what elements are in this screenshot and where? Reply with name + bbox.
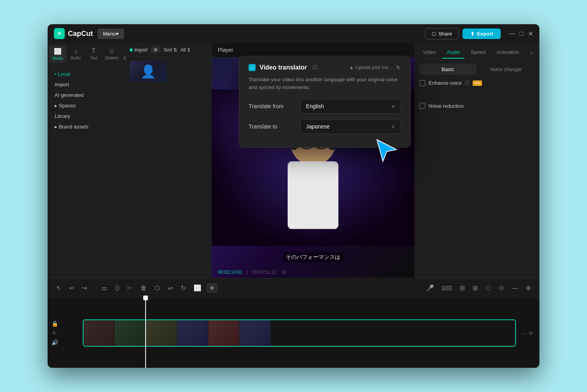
player-timecode: 00:03:14:01 | 00:04:51:12 ⊞ [218, 269, 286, 275]
timeline-zoom-out[interactable]: — [521, 330, 526, 336]
subtab-voice-changer[interactable]: Voice changer [477, 64, 535, 75]
sidebar-item-local[interactable]: • Local [51, 69, 122, 79]
sidebar-item-import[interactable]: Import [51, 79, 122, 90]
noise-reduction-label: Noise reduction [429, 103, 464, 109]
sidebar-item-library[interactable]: Library [51, 111, 122, 121]
mask-button[interactable]: ⬡ [152, 282, 162, 294]
refresh-icon[interactable]: ↻ [396, 64, 401, 71]
media-area: Import ⊞ Sort ⇅ All ⊻ 👤 [126, 43, 212, 278]
sidebar-item-spaces[interactable]: ▸ Spaces [51, 100, 122, 111]
noise-reduction-checkbox[interactable] [419, 103, 425, 109]
tab-media[interactable]: ⬜ Media [49, 45, 66, 63]
dimmed-settings [419, 90, 535, 95]
unlink-button[interactable]: ⊞ [470, 282, 480, 294]
import-button[interactable]: Import [130, 47, 148, 53]
filter-button[interactable]: All ⊻ [180, 47, 190, 53]
enhance-voice-label: Enhance voice [429, 80, 462, 86]
noise-reduction-row: Noise reduction [419, 103, 535, 109]
tab-speed[interactable]: Speed [466, 47, 490, 59]
translate-to-label: Translate to [249, 123, 295, 130]
translate-from-row: Translate from English ∨ [249, 99, 401, 114]
audio-icon: ♪ [74, 48, 77, 55]
share-button[interactable]: ⬡ Share [425, 28, 459, 39]
zoom-control[interactable]: ⊕ [523, 282, 533, 294]
undo-button[interactable]: ↩ [67, 282, 76, 294]
chevron-down-icon: ∨ [391, 103, 395, 109]
lock-icon[interactable]: 🔒 [52, 321, 58, 327]
video-track[interactable]: ✎ Cover [83, 319, 516, 347]
split-keep-button[interactable]: ⟨⟩ [112, 282, 122, 294]
app-name: CapCut [68, 30, 93, 38]
tab-audio-label: Audio [71, 56, 81, 60]
translator-info-icon[interactable]: ⓘ [313, 64, 318, 71]
title-bar: ✕ CapCut Menu▾ ⬡ Share ⬆ Export — □ ✕ [48, 24, 539, 43]
export-button[interactable]: ⬆ Export [462, 29, 501, 39]
track-frame-6 [240, 320, 271, 346]
link-button[interactable]: ⊞ [457, 282, 467, 294]
upload-icon: ⬆ [470, 31, 475, 37]
tab-stickers-label: Stickers [105, 56, 119, 60]
bottom-toolbar: ↖ ↩ ↪ ⚌ ⟨⟩ ⊢ 🗑 ⬡ ⇌ ↻ ⬜ ⊞ 🎤 ⊟⊟ ⊞ ⊞ ⬡ ⊙ — … [48, 278, 539, 298]
menu-button[interactable]: Menu▾ [98, 29, 124, 39]
translate-to-select[interactable]: Japanese ∨ [300, 119, 401, 134]
eye-icon[interactable]: 👁 [52, 330, 58, 336]
tab-audio[interactable]: ♪ Audio [67, 45, 84, 63]
timeline-playhead [145, 298, 146, 368]
stickers-icon: ☺ [109, 48, 115, 55]
media-thumbnail-1[interactable]: 👤 [130, 61, 167, 82]
info-icon: ⓘ [465, 80, 470, 86]
share-icon: ⬡ [432, 31, 436, 37]
timeline-area: 🔒 👁 🔊 ✎ Cover [48, 298, 539, 368]
expand-icon[interactable]: » [527, 47, 535, 59]
tab-media-label: Media [52, 56, 63, 61]
logo: ✕ CapCut [54, 28, 93, 39]
sidebar-item-ai-generated[interactable]: AI generated [51, 90, 122, 100]
view-toggle-button[interactable]: ⊞ [151, 46, 160, 53]
timeline-add-track[interactable]: ⊕ [528, 330, 533, 336]
mic-button[interactable]: 🎤 [424, 282, 436, 294]
minimize-button[interactable]: — [509, 30, 515, 37]
subtab-basic[interactable]: Basic [419, 64, 477, 75]
translate-from-select[interactable]: English ∨ [300, 99, 401, 114]
close-button[interactable]: ✕ [528, 30, 533, 37]
redo-button[interactable]: ↪ [80, 282, 89, 294]
tab-audio-right[interactable]: Audio [442, 47, 464, 59]
sort-button[interactable]: Sort ⇅ [164, 47, 177, 53]
tab-video[interactable]: Video [418, 47, 441, 59]
zoom-out-button[interactable]: — [509, 282, 520, 294]
timecode-divider: | [246, 269, 247, 275]
toolbar-right: 🎤 ⊟⊟ ⊞ ⊞ ⬡ ⊙ — ⊕ [424, 282, 533, 294]
text-icon: T [92, 48, 96, 55]
player-title: Player [218, 47, 233, 53]
volume-icon[interactable]: 🔊 [52, 339, 58, 346]
track-container: ✎ Cover [71, 319, 516, 347]
track-frame-3 [146, 320, 177, 346]
trim-button[interactable]: ⊢ [125, 282, 135, 294]
translator-checkbox[interactable]: ✓ [249, 64, 256, 71]
delete-button[interactable]: 🗑 [138, 282, 149, 294]
pro-badge: Pro [473, 80, 482, 86]
flip-button[interactable]: ⇌ [165, 282, 175, 294]
tab-animation[interactable]: Animation [492, 47, 524, 59]
pro-item-button[interactable]: ⊞ [207, 283, 217, 292]
split-audio-button[interactable]: ⊟⊟ [439, 282, 454, 294]
window-controls: — □ ✕ [509, 30, 533, 37]
split-button[interactable]: ⚌ [99, 282, 109, 294]
sidebar-item-brand-assets[interactable]: ▸ Brand assets [51, 121, 122, 132]
title-bar-actions: ⬡ Share ⬆ Export — □ ✕ [425, 28, 533, 39]
tab-stickers[interactable]: ☺ Stickers [103, 45, 120, 63]
tab-text[interactable]: T Text [85, 45, 102, 63]
crop-button[interactable]: ⬜ [191, 282, 204, 294]
timeline-track: 🔒 👁 🔊 ✎ Cover [48, 298, 539, 368]
maximize-button[interactable]: □ [519, 30, 523, 37]
translator-upload[interactable]: ▲ Upload your me... [349, 65, 392, 70]
transform-button[interactable]: ↻ [178, 282, 188, 294]
video-translator-popup: ✓ Video translator ⓘ ▲ Upload your me...… [239, 56, 411, 148]
speed-button[interactable]: ⊙ [496, 282, 506, 294]
player-header: Player [212, 43, 414, 57]
replace-button[interactable]: ⬡ [483, 282, 493, 294]
translator-header: ✓ Video translator ⓘ ▲ Upload your me...… [249, 64, 401, 71]
right-content: Basic Voice changer Enhance voice ⓘ Pro [414, 59, 539, 278]
enhance-voice-checkbox[interactable] [419, 80, 425, 86]
cursor-tool[interactable]: ↖ [54, 282, 64, 294]
